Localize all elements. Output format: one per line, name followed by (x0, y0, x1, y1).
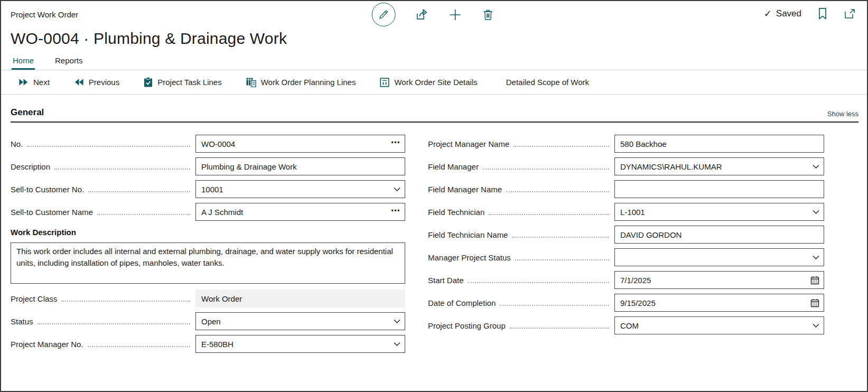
general-heading: General (11, 107, 44, 118)
work-description-textarea[interactable]: This work order includes all internal an… (11, 243, 405, 283)
tab-home[interactable]: Home (12, 52, 35, 70)
assist-edit-icon[interactable]: ⋯ (391, 138, 400, 150)
dotted-leader (88, 191, 190, 192)
work-order-site-details-button[interactable]: Work Order Site Details (380, 78, 477, 87)
sell-to-customer-no-input[interactable] (201, 185, 390, 194)
description-field[interactable] (195, 157, 405, 175)
chevron-down-icon[interactable] (813, 210, 819, 214)
field-row-no: No. ⋯ (11, 135, 405, 153)
dotted-leader (512, 237, 609, 238)
previous-button[interactable]: Previous (74, 78, 119, 87)
project-task-lines-button[interactable]: Project Task Lines (144, 77, 221, 87)
dotted-leader (38, 323, 190, 324)
project-manager-no-input[interactable] (201, 340, 390, 349)
open-in-new-window-button[interactable] (844, 8, 856, 20)
bookmark-icon (817, 7, 828, 20)
chevron-down-icon[interactable] (394, 187, 400, 192)
dotted-leader (61, 301, 190, 302)
field-row-field-manager-name: Field Manager Name (428, 180, 824, 198)
project-posting-group-field[interactable] (614, 316, 824, 334)
field-technician-input[interactable] (620, 208, 809, 217)
sell-to-customer-name-field[interactable]: ⋯ (195, 203, 405, 221)
sell-to-customer-name-input[interactable] (201, 208, 388, 217)
save-status-label: Saved (776, 8, 801, 19)
chevron-down-icon[interactable] (394, 342, 400, 347)
top-bar: Project Work Order (1, 1, 867, 30)
edit-button[interactable] (371, 3, 395, 26)
project-class-input (201, 294, 400, 303)
calendar-icon[interactable] (810, 276, 819, 285)
field-label: No. (11, 139, 23, 148)
show-less-link[interactable]: Show less (827, 110, 858, 118)
project-manager-name-field[interactable] (614, 135, 824, 153)
field-technician-name-field[interactable] (614, 226, 824, 244)
start-date-field[interactable] (614, 271, 824, 289)
previous-label: Previous (89, 78, 119, 87)
dotted-leader (510, 328, 609, 329)
no-input[interactable] (201, 139, 388, 148)
field-technician-name-input[interactable] (620, 230, 819, 239)
plus-icon (447, 7, 462, 22)
field-technician-field[interactable] (614, 203, 824, 221)
dotted-leader (500, 305, 609, 306)
field-label: Field Manager Name (428, 185, 502, 194)
save-status: ✓ Saved (764, 8, 801, 20)
assist-edit-icon[interactable]: ⋯ (391, 206, 400, 218)
dotted-leader (97, 214, 190, 215)
check-icon: ✓ (764, 8, 772, 20)
general-section: General Show less No. ⋯ Description (1, 107, 867, 358)
project-posting-group-input[interactable] (620, 321, 809, 330)
field-row-sell-to-customer-name: Sell-to Customer Name ⋯ (11, 203, 405, 221)
trash-icon (481, 8, 494, 21)
new-button[interactable] (447, 7, 462, 22)
delete-button[interactable] (481, 8, 494, 21)
manager-project-status-field[interactable] (614, 248, 824, 266)
sell-to-customer-no-field[interactable] (195, 180, 405, 198)
status-field[interactable] (195, 312, 405, 330)
start-date-input[interactable] (620, 276, 807, 285)
date-of-completion-input[interactable] (620, 298, 807, 307)
field-manager-field[interactable] (614, 157, 824, 175)
project-manager-no-field[interactable] (195, 335, 405, 353)
description-input[interactable] (201, 162, 400, 171)
field-label: Sell-to Customer Name (11, 208, 93, 217)
field-manager-name-field[interactable] (614, 180, 824, 198)
dotted-leader (54, 169, 190, 170)
field-label: Field Technician (428, 208, 484, 217)
chevron-down-icon[interactable] (394, 319, 400, 324)
field-label: Description (11, 162, 50, 171)
bookmark-button[interactable] (817, 7, 828, 20)
date-of-completion-field[interactable] (614, 294, 824, 312)
pencil-icon (378, 9, 389, 21)
work-order-planning-lines-button[interactable]: Work Order Planning Lines (246, 77, 356, 87)
header-actions (371, 3, 494, 26)
chevron-down-icon[interactable] (813, 323, 819, 328)
status-input[interactable] (201, 317, 390, 326)
detailed-scope-of-work-button[interactable]: Detailed Scope of Work (506, 78, 589, 87)
field-label: Project Posting Group (428, 321, 506, 330)
manager-project-status-input[interactable] (620, 253, 809, 262)
tab-reports[interactable]: Reports (54, 52, 84, 70)
field-label: Project Class (11, 294, 57, 303)
chevron-down-icon[interactable] (813, 164, 819, 169)
work-order-planning-lines-label: Work Order Planning Lines (261, 78, 356, 87)
share-button[interactable] (414, 7, 428, 22)
field-label: Start Date (428, 276, 464, 285)
field-row-status: Status (11, 312, 405, 330)
work-description-label: Work Description (11, 228, 405, 237)
no-field[interactable]: ⋯ (195, 135, 405, 153)
field-row-project-manager-no: Project Manager No. (11, 335, 405, 353)
chevron-down-icon[interactable] (813, 255, 819, 260)
field-label: Status (11, 317, 33, 326)
dotted-leader (515, 259, 609, 260)
work-description-field[interactable]: This work order includes all internal an… (11, 242, 405, 284)
clipboard-check-icon (144, 77, 153, 87)
next-button[interactable]: Next (18, 78, 50, 87)
general-form: No. ⋯ Description Sell-to Customer No. (11, 135, 858, 358)
field-row-field-manager: Field Manager (428, 157, 824, 175)
project-manager-name-input[interactable] (620, 139, 819, 148)
calendar-icon[interactable] (810, 298, 819, 307)
field-manager-input[interactable] (620, 162, 809, 171)
field-manager-name-input[interactable] (620, 185, 819, 194)
share-icon (414, 7, 428, 22)
